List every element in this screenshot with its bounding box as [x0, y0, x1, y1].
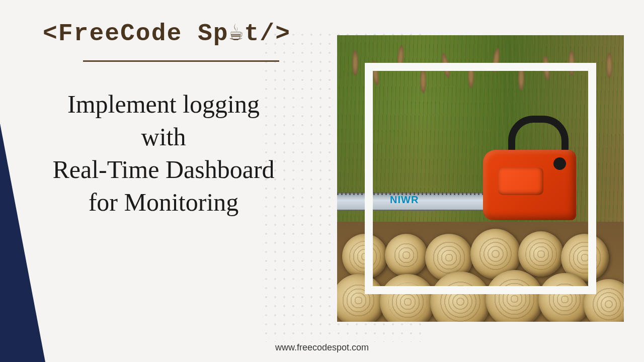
divider-line [83, 60, 279, 62]
headline-line-3: Real-Time Dashboard [40, 153, 287, 186]
headline-line-2: with [40, 121, 287, 153]
log-pile [337, 202, 624, 322]
featured-image: NIWR [337, 35, 624, 322]
headline: Implement logging with Real-Time Dashboa… [40, 88, 287, 219]
headline-line-1: Implement logging [40, 88, 287, 121]
footer-url: www.freecodespot.com [275, 342, 369, 353]
logo: <FreeCode Sp☕t/> [43, 18, 291, 47]
logo-text: <FreeCode Sp☕t/> [43, 20, 291, 47]
accent-triangle [0, 70, 45, 362]
headline-line-4: for Monitoring [40, 186, 287, 219]
chainsaw-photo: NIWR [337, 35, 624, 322]
